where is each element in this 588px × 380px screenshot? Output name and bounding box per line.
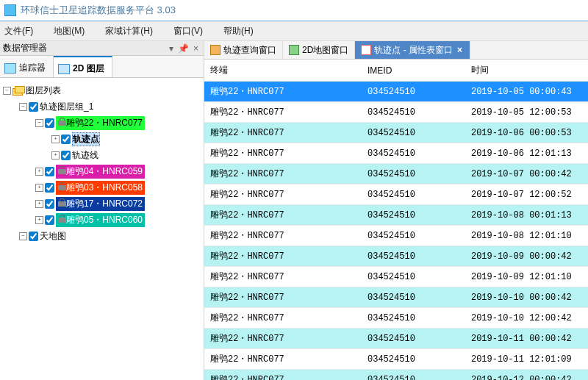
cell-imei: 034524510 <box>362 308 465 329</box>
layer-tree[interactable]: − 图层列表 − 轨迹图层组_1 −雕鸮22・HNRC077+轨迹点+轨迹线+雕… <box>0 78 204 380</box>
table-row[interactable]: 雕鸮22・HNRC0770345245102019-10-12 00:00:42 <box>204 370 588 380</box>
tab-close-icon[interactable]: × <box>456 45 464 55</box>
cell-terminal: 雕鸮22・HNRC077 <box>204 226 362 246</box>
tree-trackline[interactable]: +轨迹线 <box>1 147 202 163</box>
tab-tracker[interactable]: 追踪器 <box>0 56 54 77</box>
tree-layer-item[interactable]: +雕鸮17・HNRC072 <box>1 196 202 212</box>
app-icon <box>4 4 16 16</box>
collapse-icon[interactable]: − <box>19 103 27 111</box>
layer-checkbox[interactable] <box>45 183 54 193</box>
table-row[interactable]: 雕鸮22・HNRC0770345245102019-10-06 00:00:53 <box>204 123 588 143</box>
tree-group[interactable]: − 轨迹图层组_1 <box>1 98 202 115</box>
tree-tiandi[interactable]: − 天地图 <box>1 228 202 244</box>
layer-label: 雕鸮05・HNRC060 <box>66 215 143 225</box>
cell-imei: 034524510 <box>362 123 465 143</box>
menu-map[interactable]: 地图(M) <box>54 25 85 37</box>
tab-2d-map[interactable]: 2D地图窗口 <box>283 41 355 59</box>
collapse-icon[interactable]: − <box>35 119 43 127</box>
cell-terminal: 雕鸮22・HNRC077 <box>204 82 362 102</box>
menu-file[interactable]: 文件(F) <box>4 25 33 37</box>
cell-imei: 034524510 <box>362 349 465 370</box>
attribute-table: 终端 IMEID 时间 雕鸮22・HNRC0770345245102019-10… <box>204 60 588 380</box>
cell-imei: 034524510 <box>362 164 465 184</box>
cell-imei: 034524510 <box>362 246 465 267</box>
table-row[interactable]: 雕鸮22・HNRC0770345245102019-10-06 12:01:13 <box>204 143 588 164</box>
table-row[interactable]: 雕鸮22・HNRC0770345245102019-10-09 12:01:10 <box>204 267 588 287</box>
table-row[interactable]: 雕鸮22・HNRC0770345245102019-10-09 00:00:42 <box>204 246 588 267</box>
layer-checkbox[interactable] <box>45 167 54 176</box>
layers-icon <box>58 64 70 74</box>
cell-time: 2019-10-07 12:00:52 <box>465 184 588 205</box>
tree-root[interactable]: − 图层列表 <box>1 82 202 98</box>
lock-icon <box>58 118 66 126</box>
content-area: 数据管理器 ▾ 📌 × 追踪器 2D 图层 − 图层列表 <box>0 41 588 380</box>
menu-help[interactable]: 帮助(H) <box>223 25 254 37</box>
menu-window[interactable]: 窗口(V) <box>173 25 203 37</box>
cell-terminal: 雕鸮22・HNRC077 <box>204 329 362 349</box>
cell-time: 2019-10-09 12:01:10 <box>465 267 588 287</box>
tree-layer-item[interactable]: +雕鸮04・HNRC059 <box>1 163 202 179</box>
table-row[interactable]: 雕鸮22・HNRC0770345245102019-10-10 00:00:42 <box>204 287 588 308</box>
expand-icon[interactable]: + <box>51 151 60 159</box>
tree-layer-item[interactable]: −雕鸮22・HNRC077 <box>1 115 202 131</box>
data-manager-panel: 数据管理器 ▾ 📌 × 追踪器 2D 图层 − 图层列表 <box>0 41 204 380</box>
collapse-icon[interactable]: − <box>19 232 27 240</box>
layer-label: 雕鸮17・HNRC072 <box>66 198 143 209</box>
col-time[interactable]: 时间 <box>465 60 588 82</box>
col-imei[interactable]: IMEID <box>362 60 465 82</box>
layer-tag: 雕鸮03・HNRC058 <box>56 181 145 195</box>
expand-icon[interactable]: + <box>35 200 43 208</box>
layer-checkbox[interactable] <box>45 199 54 209</box>
table-row[interactable]: 雕鸮22・HNRC0770345245102019-10-11 00:00:42 <box>204 329 588 349</box>
tab-2d-layers[interactable]: 2D 图层 <box>54 56 112 77</box>
expand-icon[interactable]: + <box>51 135 60 143</box>
table-row[interactable]: 雕鸮22・HNRC0770345245102019-10-05 12:00:53 <box>204 102 588 123</box>
trackline-checkbox[interactable] <box>61 151 71 160</box>
table-row[interactable]: 雕鸮22・HNRC0770345245102019-10-07 12:00:52 <box>204 184 588 205</box>
collapse-icon[interactable]: − <box>3 87 11 95</box>
attribute-icon <box>361 45 371 55</box>
cell-imei: 034524510 <box>362 205 465 226</box>
tab-attribute-table[interactable]: 轨迹点 - 属性表窗口 × <box>355 41 470 59</box>
lock-icon <box>58 166 66 174</box>
layer-tag: 雕鸮22・HNRC077 <box>56 116 145 130</box>
table-row[interactable]: 雕鸮22・HNRC0770345245102019-10-07 00:00:42 <box>204 164 588 184</box>
tree-layer-item[interactable]: +雕鸮03・HNRC058 <box>1 179 202 196</box>
tab-2d-layers-label: 2D 图层 <box>73 62 104 75</box>
layer-checkbox[interactable] <box>45 118 54 128</box>
tab-track-query[interactable]: 轨迹查询窗口 <box>204 41 283 59</box>
expand-icon[interactable]: + <box>35 184 43 192</box>
table-row[interactable]: 雕鸮22・HNRC0770345245102019-10-10 12:00:42 <box>204 308 588 329</box>
tiandi-checkbox[interactable] <box>29 232 38 241</box>
expand-icon[interactable]: + <box>35 168 43 176</box>
cell-terminal: 雕鸮22・HNRC077 <box>204 308 362 329</box>
attribute-table-wrap[interactable]: 终端 IMEID 时间 雕鸮22・HNRC0770345245102019-10… <box>204 60 588 380</box>
tab-tracker-label: 追踪器 <box>19 62 46 74</box>
expand-icon[interactable]: + <box>35 216 43 224</box>
tree-trackpoint[interactable]: +轨迹点 <box>1 131 202 147</box>
table-row[interactable]: 雕鸮22・HNRC0770345245102019-10-05 00:00:43 <box>204 82 588 102</box>
tree-layer-item[interactable]: +雕鸮05・HNRC060 <box>1 212 202 228</box>
tab-attribute-table-label: 轨迹点 - 属性表窗口 <box>374 44 453 57</box>
cell-terminal: 雕鸮22・HNRC077 <box>204 184 362 205</box>
lock-icon <box>58 215 66 223</box>
cell-imei: 034524510 <box>362 267 465 287</box>
panel-menu-icon[interactable]: ▾ <box>166 43 176 53</box>
col-terminal[interactable]: 终端 <box>204 60 362 82</box>
table-row[interactable]: 雕鸮22・HNRC0770345245102019-10-08 12:01:10 <box>204 226 588 246</box>
cell-imei: 034524510 <box>362 102 465 123</box>
lock-icon <box>58 182 66 190</box>
trackpoint-checkbox[interactable] <box>61 135 71 144</box>
layer-checkbox[interactable] <box>45 215 54 225</box>
cell-terminal: 雕鸮22・HNRC077 <box>204 349 362 370</box>
table-row[interactable]: 雕鸮22・HNRC0770345245102019-10-11 12:01:09 <box>204 349 588 370</box>
menu-home-range[interactable]: 家域计算(H) <box>105 25 153 37</box>
tree-group-label: 轨迹图层组_1 <box>40 101 93 113</box>
table-row[interactable]: 雕鸮22・HNRC0770345245102019-10-08 00:01:13 <box>204 205 588 226</box>
cell-time: 2019-10-08 00:01:13 <box>465 205 588 226</box>
cell-imei: 034524510 <box>362 370 465 380</box>
panel-close-icon[interactable]: × <box>191 43 201 53</box>
cell-imei: 034524510 <box>362 184 465 205</box>
group-checkbox[interactable] <box>29 102 38 112</box>
panel-pin-icon[interactable]: 📌 <box>179 43 188 53</box>
